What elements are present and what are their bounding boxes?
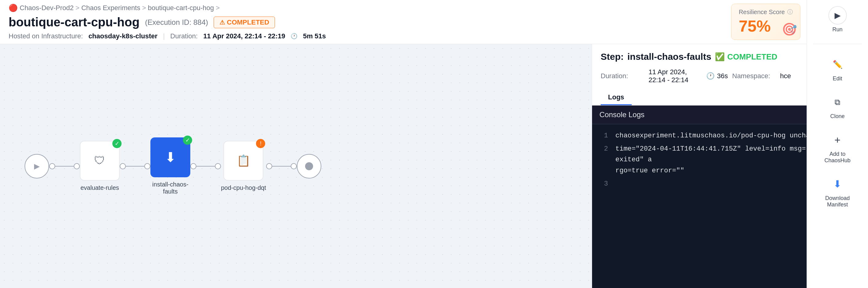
evaluate-rules-wrapper: 🛡 ✓ evaluate-rules: [80, 141, 120, 191]
connector-dot-6: [215, 163, 221, 169]
edit-button[interactable]: ✏️ Edit: [828, 55, 847, 82]
connector-dot-5: [190, 163, 196, 169]
resilience-title: Resilience Score ⓘ: [739, 8, 793, 15]
install-chaos-faults-node[interactable]: ⬇ ✓: [150, 137, 190, 177]
meta-sep: |: [163, 32, 165, 40]
chaos-logo-icon: 🔴: [9, 4, 18, 12]
pod-cpu-hog-status-warning: !: [256, 139, 265, 148]
evaluate-rules-status-success: ✓: [112, 139, 122, 148]
connector-dot-8: [291, 163, 297, 169]
run-icon: ▶: [828, 6, 847, 25]
experiment-title: boutique-cart-cpu-hog: [9, 15, 140, 29]
right-sidebar: ▶ Run ✏️ Edit ⧉ Clone + Add to ChaosHub …: [807, 0, 868, 288]
top-header: 🔴 Chaos-Dev-Prod2 > Chaos Experiments > …: [0, 0, 868, 44]
duration-label: Duration:: [170, 32, 198, 40]
evaluate-rules-label: evaluate-rules: [81, 184, 119, 191]
run-label: Run: [832, 26, 842, 33]
step-duration-value: 11 Apr 2024, 22:14 - 22:14 🕐 36s: [649, 68, 728, 84]
status-badge: ⚠ COMPLETED: [214, 17, 275, 28]
clock-icon: 🕐: [291, 33, 298, 39]
step-namespace-label: Namespace:: [732, 72, 775, 80]
download-icon: ⬇: [828, 175, 847, 193]
start-node[interactable]: ▶: [25, 154, 49, 179]
step-status-completed: ✅ COMPLETED: [715, 52, 777, 62]
connector-dot-7: [266, 163, 272, 169]
step-label-prefix: Step:: [601, 52, 624, 62]
status-text: COMPLETED: [227, 19, 269, 26]
breadcrumb-sep-2: >: [142, 4, 146, 12]
add-icon: +: [828, 131, 847, 149]
start-connector: ▶: [25, 154, 49, 179]
install-chaos-faults-label: install-chaos-faults: [152, 181, 188, 195]
evaluate-rules-node[interactable]: 🛡 ✓: [80, 141, 120, 181]
pod-cpu-hog-icon: 📋: [237, 154, 250, 167]
end-node[interactable]: [297, 154, 321, 179]
run-button[interactable]: ▶ Run: [828, 6, 847, 33]
evaluate-shield-icon: 🛡: [94, 154, 105, 167]
install-chaos-faults-wrapper: ⬇ ✓ install-chaos-faults: [150, 137, 190, 195]
resilience-decoration-icon: 🎯: [782, 22, 797, 36]
breadcrumb-item-3[interactable]: boutique-cart-cpu-hog: [148, 4, 214, 12]
end-node-wrapper: [297, 154, 321, 179]
connector-line-3: [196, 166, 215, 166]
warning-icon: ⚠: [219, 19, 225, 26]
pod-connector: 📋 !: [223, 141, 264, 181]
edit-icon: ✏️: [828, 55, 847, 74]
connector-dot-2: [74, 163, 80, 169]
breadcrumb-item-1[interactable]: Chaos-Dev-Prod2: [20, 4, 74, 12]
log-num-1: 1: [599, 130, 608, 141]
download-label: Download Manifest: [825, 195, 849, 208]
install-download-icon: ⬇: [165, 149, 176, 165]
workflow-nodes: ▶ 🛡 ✓ evaluate-rules: [25, 137, 321, 195]
pod-cpu-hog-node[interactable]: 📋 !: [223, 141, 264, 181]
resilience-info-icon[interactable]: ⓘ: [787, 8, 793, 15]
breadcrumb-item-2[interactable]: Chaos Experiments: [81, 4, 140, 12]
log-text-1: chaosexperiment.litmuschaos.io/pod-cpu-h…: [615, 130, 826, 141]
connector-line-2: [126, 166, 144, 166]
step-duration-label: Duration:: [601, 72, 644, 80]
connector-dot-4: [144, 163, 150, 169]
clone-button[interactable]: ⧉ Clone: [828, 93, 847, 120]
duration-value: 11 Apr 2024, 22:14 - 22:19: [203, 32, 285, 40]
edit-label: Edit: [833, 75, 842, 82]
end-inner-dot: [305, 162, 313, 170]
duration-time: 5m 51s: [303, 32, 326, 40]
add-to-chaoshub-button[interactable]: + Add to ChaosHub: [825, 131, 850, 164]
connector-dot-1: [49, 163, 55, 169]
step-status-text: COMPLETED: [727, 52, 777, 62]
step-title: Step: install-chaos-faults ✅ COMPLETED: [601, 52, 777, 62]
resilience-score: 75%: [739, 17, 771, 35]
main-content: ▶ 🛡 ✓ evaluate-rules: [0, 44, 868, 288]
breadcrumb-sep-1: >: [75, 4, 80, 12]
evaluate-connector: 🛡 ✓: [80, 141, 120, 181]
step-clock-icon: 🕐: [706, 72, 715, 80]
resilience-card: Resilience Score ⓘ 75% 🎯: [731, 4, 801, 40]
step-namespace-value: hce: [780, 72, 791, 80]
connector-line-1: [55, 166, 74, 166]
pod-cpu-hog-wrapper: 📋 ! pod-cpu-hog-dqt: [221, 141, 266, 191]
pod-cpu-hog-label: pod-cpu-hog-dqt: [221, 184, 266, 191]
step-check-icon: ✅: [715, 52, 725, 62]
clone-icon: ⧉: [828, 93, 847, 111]
hosted-value: chaosday-k8s-cluster: [88, 32, 157, 40]
start-node-wrapper: ▶: [25, 154, 49, 179]
tab-logs[interactable]: Logs: [601, 90, 632, 105]
install-chaos-faults-status-success: ✓: [183, 135, 192, 145]
log-num-2: 2: [599, 143, 608, 176]
hosted-label: Hosted on Infrastructure:: [9, 32, 83, 40]
sidebar-divider-1: [813, 44, 862, 44]
workflow-canvas: ▶ 🛡 ✓ evaluate-rules: [0, 44, 592, 288]
log-num-3: 3: [599, 179, 608, 189]
add-label: Add to ChaosHub: [825, 151, 850, 164]
console-title: Console Logs: [599, 110, 645, 119]
start-play-icon: ▶: [34, 162, 40, 170]
connector-line-4: [272, 166, 291, 166]
install-connector: ⬇ ✓: [150, 137, 190, 177]
breadcrumb-sep-3: >: [216, 4, 220, 12]
step-name: install-chaos-faults: [627, 52, 711, 62]
download-manifest-button[interactable]: ⬇ Download Manifest: [825, 175, 849, 208]
clone-label: Clone: [830, 113, 845, 120]
connector-dot-3: [120, 163, 126, 169]
execution-id: (Execution ID: 884): [145, 18, 208, 27]
step-duration-row: Duration: 11 Apr 2024, 22:14 - 22:14 🕐 3…: [601, 68, 728, 84]
